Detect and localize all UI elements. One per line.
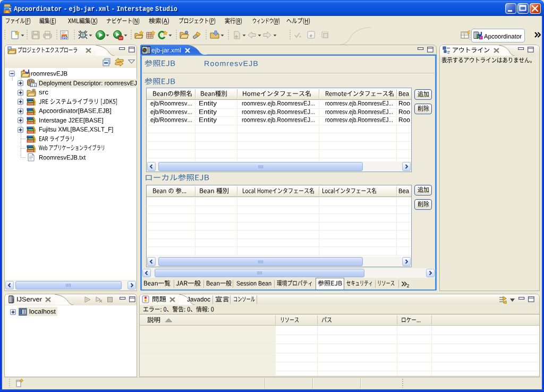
svg-text:010: 010 <box>61 36 67 39</box>
svg-text:e: e <box>310 32 312 38</box>
svg-text:2.1: 2.1 <box>31 84 36 87</box>
svg-text:2: 2 <box>407 283 410 288</box>
